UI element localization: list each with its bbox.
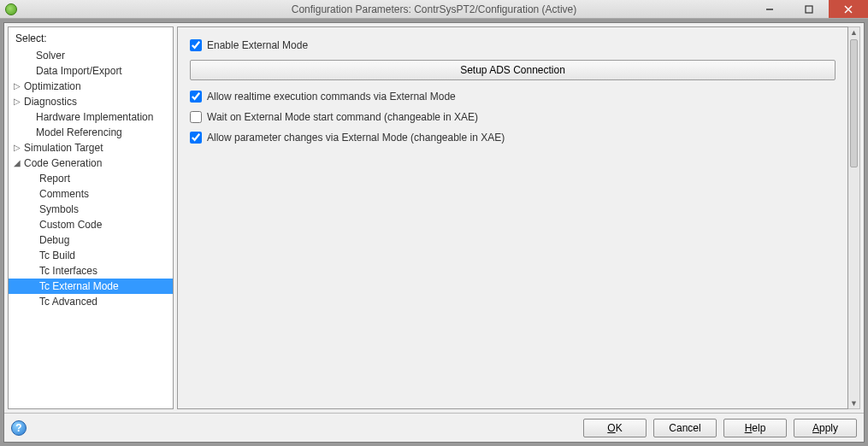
- title-bar: Configuration Parameters: ContrSysPT2/Co…: [0, 0, 868, 19]
- help-button[interactable]: Help: [723, 419, 787, 437]
- category-tree[interactable]: Select: SolverData Import/Export▷Optimiz…: [8, 26, 174, 409]
- window-title: Configuration Parameters: ContrSysPT2/Co…: [292, 3, 576, 15]
- tree-item[interactable]: ◢Code Generation: [9, 156, 173, 171]
- vertical-scrollbar[interactable]: ▲ ▼: [848, 26, 860, 409]
- tree-item[interactable]: Debug: [9, 232, 173, 248]
- tree-item-label: Tc External Mode: [39, 279, 119, 293]
- enable-external-mode-checkbox[interactable]: [190, 39, 202, 51]
- allow-realtime-label: Allow realtime execution commands via Ex…: [207, 91, 456, 103]
- select-label: Select:: [9, 31, 173, 48]
- tree-item-label: Code Generation: [24, 156, 102, 170]
- apply-button[interactable]: Apply: [794, 419, 857, 437]
- scroll-down-icon[interactable]: ▼: [848, 398, 859, 408]
- ok-button[interactable]: OK: [583, 419, 647, 437]
- tree-item-label: Custom Code: [39, 218, 102, 232]
- tree-item[interactable]: ▷Simulation Target: [9, 140, 173, 156]
- tree-item-label: Debug: [39, 233, 69, 247]
- settings-panel: Enable External Mode Setup ADS Connectio…: [177, 26, 848, 409]
- twisty-collapsed-icon[interactable]: ▷: [12, 79, 22, 93]
- tree-item-label: Comments: [39, 187, 89, 201]
- tree-item[interactable]: Report: [9, 171, 173, 186]
- scrollbar-thumb[interactable]: [850, 39, 858, 167]
- tree-item-label: Simulation Target: [24, 141, 103, 155]
- tree-item-label: Optimization: [24, 79, 81, 93]
- tree-item-label: Report: [39, 172, 70, 185]
- twisty-collapsed-icon[interactable]: ▷: [12, 95, 22, 109]
- tree-item[interactable]: Tc Advanced: [9, 294, 173, 309]
- tree-item-label: Symbols: [39, 202, 79, 216]
- tree-item-label: Tc Interfaces: [39, 264, 97, 278]
- maximize-button[interactable]: [789, 0, 829, 18]
- tree-item[interactable]: Comments: [9, 186, 173, 202]
- help-icon[interactable]: ?: [11, 420, 27, 436]
- tree-item-label: Data Import/Export: [36, 64, 122, 78]
- tree-item[interactable]: Symbols: [9, 202, 173, 217]
- tree-item[interactable]: ▷Optimization: [9, 79, 173, 94]
- tree-item-label: Model Referencing: [36, 126, 122, 139]
- tree-item[interactable]: ▷Diagnostics: [9, 94, 173, 109]
- tree-item[interactable]: Tc External Mode: [9, 279, 173, 294]
- tree-item[interactable]: Tc Build: [9, 248, 173, 263]
- app-icon: [5, 3, 17, 15]
- tree-item[interactable]: Solver: [9, 48, 173, 63]
- enable-external-mode-label: Enable External Mode: [207, 39, 308, 51]
- tree-item-label: Hardware Implementation: [36, 110, 153, 124]
- setup-ads-connection-button[interactable]: Setup ADS Connection: [190, 60, 836, 80]
- twisty-expanded-icon[interactable]: ◢: [12, 156, 22, 170]
- tree-item[interactable]: Tc Interfaces: [9, 263, 173, 279]
- tree-item-label: Tc Build: [39, 249, 75, 262]
- tree-item[interactable]: Data Import/Export: [9, 63, 173, 79]
- tree-item[interactable]: Custom Code: [9, 217, 173, 232]
- wait-start-checkbox[interactable]: [190, 111, 202, 123]
- tree-item[interactable]: Hardware Implementation: [9, 109, 173, 125]
- minimize-button[interactable]: [750, 0, 789, 18]
- close-button[interactable]: [829, 0, 868, 18]
- allow-param-label: Allow parameter changes via External Mod…: [207, 132, 505, 144]
- allow-param-checkbox[interactable]: [190, 132, 202, 144]
- svg-rect-1: [806, 6, 812, 13]
- tree-item-label: Solver: [36, 49, 65, 62]
- twisty-collapsed-icon[interactable]: ▷: [12, 141, 22, 155]
- window-controls: [750, 0, 868, 18]
- tree-item[interactable]: Model Referencing: [9, 125, 173, 140]
- tree-item-label: Diagnostics: [24, 95, 77, 109]
- scroll-up-icon[interactable]: ▲: [848, 27, 859, 38]
- tree-item-label: Tc Advanced: [39, 295, 97, 308]
- wait-start-label: Wait on External Mode start command (cha…: [207, 111, 478, 123]
- cancel-button[interactable]: Cancel: [653, 419, 717, 437]
- allow-realtime-checkbox[interactable]: [190, 91, 202, 103]
- dialog-footer: ? OK Cancel Help Apply: [4, 413, 864, 442]
